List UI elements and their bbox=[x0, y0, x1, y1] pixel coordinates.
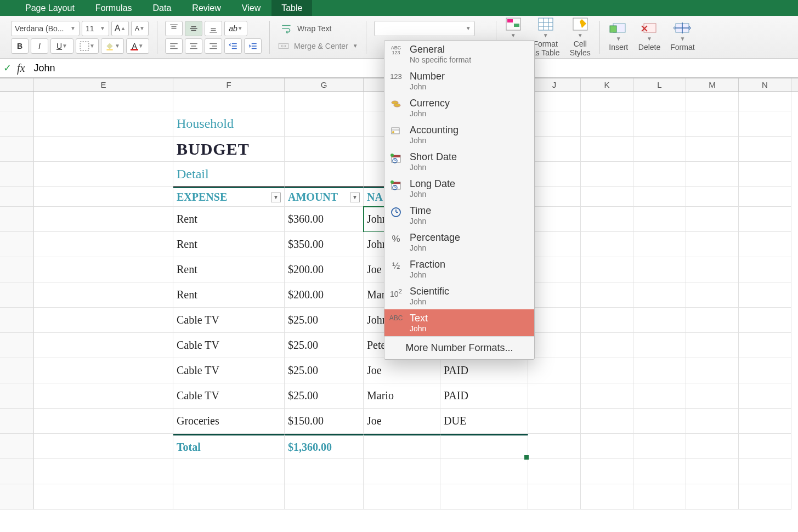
cell[interactable] bbox=[285, 137, 364, 162]
cell[interactable] bbox=[285, 111, 364, 137]
cell[interactable] bbox=[739, 383, 791, 409]
cell-name[interactable]: Joe bbox=[364, 409, 440, 434]
cell[interactable] bbox=[633, 257, 686, 282]
cell-amount[interactable]: $350.00 bbox=[285, 232, 364, 257]
cell[interactable] bbox=[633, 434, 686, 459]
cell-expense[interactable]: Rent bbox=[173, 207, 285, 232]
border-button[interactable]: ▼ bbox=[76, 38, 99, 54]
increase-font-button[interactable]: A▲ bbox=[111, 21, 129, 36]
cell[interactable] bbox=[739, 484, 791, 510]
cell[interactable] bbox=[686, 257, 739, 282]
orientation-button[interactable]: ab▼ bbox=[224, 21, 247, 36]
cell[interactable] bbox=[34, 484, 173, 510]
cell-total-label[interactable]: Total bbox=[173, 434, 285, 459]
cell[interactable] bbox=[739, 162, 791, 187]
cell[interactable] bbox=[528, 282, 581, 308]
cell[interactable] bbox=[528, 92, 581, 111]
cell[interactable] bbox=[285, 162, 364, 187]
cell[interactable] bbox=[528, 409, 581, 434]
cell-name[interactable]: Mario bbox=[364, 383, 440, 409]
cell[interactable] bbox=[34, 409, 173, 434]
cell[interactable] bbox=[739, 282, 791, 308]
cell[interactable] bbox=[686, 92, 739, 111]
cell[interactable] bbox=[528, 358, 581, 383]
font-color-button[interactable]: A▼ bbox=[126, 38, 149, 54]
row-header[interactable] bbox=[0, 409, 34, 434]
cell[interactable] bbox=[528, 137, 581, 162]
row-header[interactable] bbox=[0, 207, 34, 232]
cell[interactable] bbox=[633, 383, 686, 409]
cell[interactable] bbox=[34, 383, 173, 409]
cell-amount[interactable]: $360.00 bbox=[285, 207, 364, 232]
cell[interactable] bbox=[440, 484, 528, 510]
cell[interactable] bbox=[581, 484, 633, 510]
cell[interactable] bbox=[633, 459, 686, 484]
number-format-accounting[interactable]: AccountingJohn bbox=[384, 121, 534, 148]
tab-formulas[interactable]: Formulas bbox=[86, 0, 142, 16]
cell[interactable] bbox=[633, 207, 686, 232]
cell[interactable] bbox=[686, 111, 739, 137]
cell[interactable] bbox=[34, 162, 173, 187]
cell[interactable] bbox=[686, 409, 739, 434]
filter-icon[interactable]: ▼ bbox=[271, 193, 281, 202]
cell-status[interactable]: PAID bbox=[440, 358, 528, 383]
col-header-N[interactable]: N bbox=[739, 78, 791, 91]
cell[interactable] bbox=[34, 308, 173, 333]
decrease-indent-button[interactable] bbox=[224, 38, 242, 54]
cell[interactable] bbox=[739, 434, 791, 459]
cell[interactable] bbox=[739, 459, 791, 484]
cell[interactable] bbox=[633, 111, 686, 137]
cell[interactable] bbox=[686, 484, 739, 510]
align-center-button[interactable] bbox=[185, 38, 202, 54]
cell-expense[interactable]: Cable TV bbox=[173, 383, 285, 409]
cell[interactable] bbox=[633, 187, 686, 207]
filter-icon[interactable]: ▼ bbox=[350, 193, 360, 202]
cell[interactable] bbox=[739, 92, 791, 111]
cell[interactable] bbox=[633, 92, 686, 111]
bold-button[interactable]: B bbox=[11, 38, 29, 54]
number-format-text[interactable]: ABCTextJohn bbox=[384, 309, 534, 336]
cell[interactable] bbox=[34, 434, 173, 459]
cell[interactable] bbox=[739, 358, 791, 383]
font-size-select[interactable]: 11▼ bbox=[82, 21, 109, 36]
number-format-number[interactable]: 123NumberJohn bbox=[384, 67, 534, 94]
row-header[interactable] bbox=[0, 187, 34, 207]
cell[interactable] bbox=[440, 434, 528, 459]
cell-detail[interactable]: Detail bbox=[173, 162, 285, 187]
cell[interactable] bbox=[686, 383, 739, 409]
increase-indent-button[interactable] bbox=[244, 38, 262, 54]
row-header[interactable] bbox=[0, 232, 34, 257]
insert-button[interactable]: ▼ Insert bbox=[605, 20, 632, 54]
cell[interactable] bbox=[633, 358, 686, 383]
cell-expense[interactable]: Rent bbox=[173, 232, 285, 257]
tab-data[interactable]: Data bbox=[143, 0, 182, 16]
number-format-general[interactable]: ABC123GeneralNo specific format bbox=[384, 41, 534, 67]
cell[interactable] bbox=[581, 308, 633, 333]
col-header-F[interactable]: F bbox=[173, 78, 285, 91]
cell[interactable] bbox=[581, 207, 633, 232]
cell[interactable] bbox=[528, 484, 581, 510]
cell[interactable] bbox=[633, 137, 686, 162]
row-header[interactable] bbox=[0, 484, 34, 510]
cell[interactable] bbox=[285, 459, 364, 484]
cell[interactable] bbox=[581, 232, 633, 257]
cell[interactable] bbox=[528, 207, 581, 232]
cell[interactable] bbox=[581, 257, 633, 282]
cell-expense[interactable]: Cable TV bbox=[173, 308, 285, 333]
cell[interactable] bbox=[364, 434, 440, 459]
merge-center-button[interactable]: Merge & Center ▼ bbox=[278, 40, 358, 52]
cell[interactable] bbox=[581, 162, 633, 187]
cell[interactable] bbox=[581, 187, 633, 207]
cell[interactable] bbox=[633, 333, 686, 358]
cell[interactable] bbox=[528, 383, 581, 409]
cell[interactable] bbox=[633, 409, 686, 434]
cell[interactable] bbox=[581, 383, 633, 409]
row-header[interactable] bbox=[0, 162, 34, 187]
cell[interactable] bbox=[34, 257, 173, 282]
cell[interactable] bbox=[686, 137, 739, 162]
col-header-J[interactable]: J bbox=[528, 78, 581, 91]
cell-status[interactable]: DUE bbox=[440, 409, 528, 434]
cell-expense[interactable]: Groceries bbox=[173, 409, 285, 434]
cell[interactable] bbox=[739, 207, 791, 232]
cell[interactable] bbox=[528, 257, 581, 282]
